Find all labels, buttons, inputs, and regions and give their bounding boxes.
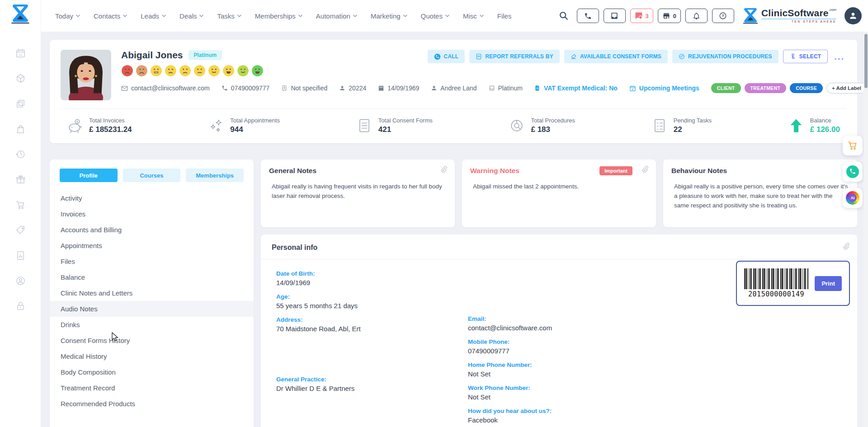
dialer-button[interactable] [577, 9, 599, 23]
nav-memberships[interactable]: Memberships [255, 12, 302, 20]
mood-emoji[interactable] [165, 65, 177, 77]
price-tag-icon[interactable] [15, 225, 26, 235]
nav-automation[interactable]: Automation [316, 12, 357, 20]
ai-assistant-button[interactable]: AI [843, 188, 863, 208]
chat-button[interactable]: 3 [630, 9, 653, 23]
search-icon[interactable] [559, 11, 569, 21]
attachment-icon[interactable] [642, 166, 649, 173]
menu-item-consent-forms-history[interactable]: Consent Forms History [50, 333, 254, 348]
nav-deals[interactable]: Deals [179, 12, 203, 20]
user-avatar[interactable] [844, 7, 862, 24]
menu-item-appointments[interactable]: Appointments [50, 238, 254, 253]
calendar-icon[interactable]: 12 [15, 48, 26, 58]
mood-emoji[interactable] [193, 65, 206, 77]
vat-exempt-link[interactable]: VAT Exempt Medical: No [534, 84, 618, 92]
history-icon[interactable] [15, 149, 26, 160]
calendar-icon [378, 85, 384, 91]
chevron-down-icon [76, 14, 80, 17]
menu-item-clinic-notes-and-letters[interactable]: Clinic Notes and Letters [50, 285, 254, 301]
nav-leads[interactable]: Leads [141, 12, 166, 20]
bell-icon [693, 12, 700, 20]
nav-contacts[interactable]: Contacts [94, 12, 127, 20]
contact-row: contact@clinicsoftware.com 07490009777 N… [121, 83, 846, 94]
mood-emoji[interactable] [237, 65, 249, 77]
mood-emoji[interactable] [251, 65, 264, 77]
mood-emoji[interactable] [222, 65, 235, 77]
attachment-icon[interactable] [843, 243, 850, 250]
mood-scale[interactable] [121, 65, 846, 77]
help-button[interactable]: ? [712, 9, 734, 23]
label-course[interactable]: COURSE [790, 83, 823, 93]
menu-item-files[interactable]: Files [50, 253, 254, 269]
label-treatment[interactable]: TREATMENT [745, 83, 787, 93]
menu-item-invoices[interactable]: Invoices [50, 206, 254, 222]
patient-portrait [61, 50, 111, 100]
menu-item-accounts-and-billing[interactable]: Accounts and Billing [50, 222, 254, 238]
quick-call-button[interactable] [843, 162, 863, 182]
attachment-icon[interactable] [440, 166, 448, 173]
page-scrollbar[interactable] [863, 32, 868, 427]
gift-icon[interactable] [15, 174, 26, 185]
call-button[interactable]: CALL [428, 50, 465, 63]
menu-item-body-composition[interactable]: Body Composition [50, 364, 254, 380]
package-icon[interactable] [15, 73, 26, 84]
add-label-button[interactable]: + Add Label [826, 83, 867, 94]
patient-email[interactable]: contact@clinicsoftware.com [121, 84, 210, 92]
print-button[interactable]: Print [815, 276, 842, 291]
account-icon[interactable] [15, 276, 26, 286]
shopping-bag-icon[interactable] [15, 124, 26, 134]
menu-item-recommended-products[interactable]: Recommended Products [50, 396, 254, 412]
patient-phone[interactable]: 07490009777 [222, 84, 270, 92]
menu-item-drinks[interactable]: Drinks [50, 317, 254, 333]
mood-emoji[interactable] [179, 65, 191, 77]
nav-marketing[interactable]: Marketing [371, 12, 407, 20]
nav-misc[interactable]: Misc [463, 12, 484, 20]
menu-item-medical-history[interactable]: Medical History [50, 348, 254, 364]
checklist-icon [651, 117, 668, 134]
more-options-button[interactable]: ... [832, 55, 846, 58]
menu-item-treatment-record[interactable]: Treatment Record [50, 380, 254, 396]
nav-files[interactable]: Files [497, 12, 512, 20]
rejuvenation-button[interactable]: REJUVENATION PROCEDURES [672, 50, 778, 63]
patient-profile-card: CALL REPORT REFERRALS BY AVAILABLE CONSE… [50, 40, 857, 143]
menu-item-activity[interactable]: Activity [50, 190, 254, 206]
menu-item-audio-notes[interactable]: Audio Notes [50, 301, 254, 317]
report-referrals-button[interactable]: REPORT REFERRALS BY [469, 50, 559, 63]
nav-quotes[interactable]: Quotes [421, 12, 449, 20]
inbox-button[interactable] [604, 9, 626, 23]
nav-tasks[interactable]: Tasks [217, 12, 241, 20]
chevron-down-icon [162, 14, 166, 17]
stat-label: Total Invoices [89, 117, 132, 124]
upcoming-meetings-link[interactable]: Upcoming Meetings [629, 84, 699, 92]
consent-forms-button[interactable]: AVAILABLE CONSENT FORMS [564, 50, 668, 63]
nav-label: Leads [141, 12, 159, 20]
stat-pending-tasks: Pending Tasks22 [651, 117, 712, 134]
quick-cart-button[interactable] [843, 136, 863, 155]
scrollbar-thumb[interactable] [864, 34, 868, 88]
menu-item-balance[interactable]: Balance [50, 269, 254, 285]
nav-label: Contacts [94, 12, 120, 20]
mood-emoji[interactable] [150, 65, 162, 77]
nav-today[interactable]: Today [55, 12, 80, 20]
notifications-button[interactable] [685, 9, 708, 23]
cart-icon[interactable] [15, 200, 26, 210]
stat-value: £ 185231.24 [89, 125, 132, 134]
person-outline-icon [281, 85, 288, 91]
stat-value: £ 183 [531, 125, 575, 134]
app-logo-icon[interactable] [10, 3, 30, 25]
store-button[interactable]: 0 [658, 9, 681, 23]
label-client[interactable]: CLIENT [711, 83, 741, 93]
mood-emoji[interactable] [208, 65, 220, 77]
behaviour-notes-card: Behaviour Notes Abigail really is a posi… [663, 160, 857, 227]
report-icon[interactable] [15, 250, 26, 261]
report-referrals-label: REPORT REFERRALS BY [485, 53, 553, 60]
select-button[interactable]: SELECT [783, 50, 828, 63]
tab-memberships[interactable]: Memberships [186, 169, 244, 182]
lock-icon[interactable] [15, 301, 26, 311]
nav-label: Marketing [371, 12, 401, 20]
tab-courses[interactable]: Courses [123, 169, 181, 182]
mood-emoji[interactable] [136, 65, 148, 77]
mood-emoji[interactable] [121, 65, 133, 77]
tab-profile[interactable]: Profile [60, 169, 118, 182]
copy-icon[interactable] [15, 99, 26, 109]
